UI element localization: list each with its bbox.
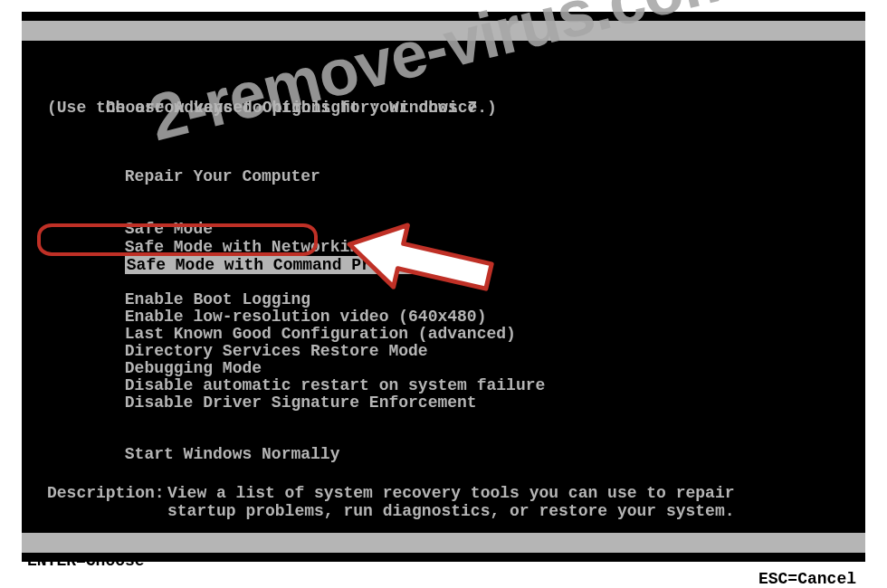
option-start-windows-normally[interactable]: Start Windows Normally — [66, 427, 856, 481]
option-label: Safe Mode with Command Prompt — [125, 256, 412, 274]
footer-bar: ENTER=Choose ESC=Cancel — [22, 533, 865, 553]
footer-esc-cancel: ESC=Cancel — [758, 569, 856, 588]
option-disable-driver-signature[interactable]: Disable Driver Signature Enforcement — [66, 375, 856, 430]
title-text: Advanced Boot Options — [370, 39, 576, 59]
description-text: View a list of system recovery tools you… — [167, 484, 856, 520]
title-bar: Advanced Boot Options — [22, 21, 865, 41]
option-label: Disable Driver Signature Enforcement — [125, 394, 477, 412]
boot-options-screen: Advanced Boot Options 2-remove-virus.com… — [22, 12, 865, 562]
option-label: Repair Your Computer — [125, 167, 320, 185]
option-repair-your-computer[interactable]: Repair Your Computer — [66, 149, 856, 204]
option-label: Start Windows Normally — [125, 445, 340, 463]
hint-line: (Use the arrow keys to highlight your ch… — [47, 99, 856, 117]
description-label: Description: — [47, 484, 165, 502]
footer-enter-choose: ENTER=Choose — [27, 551, 145, 571]
